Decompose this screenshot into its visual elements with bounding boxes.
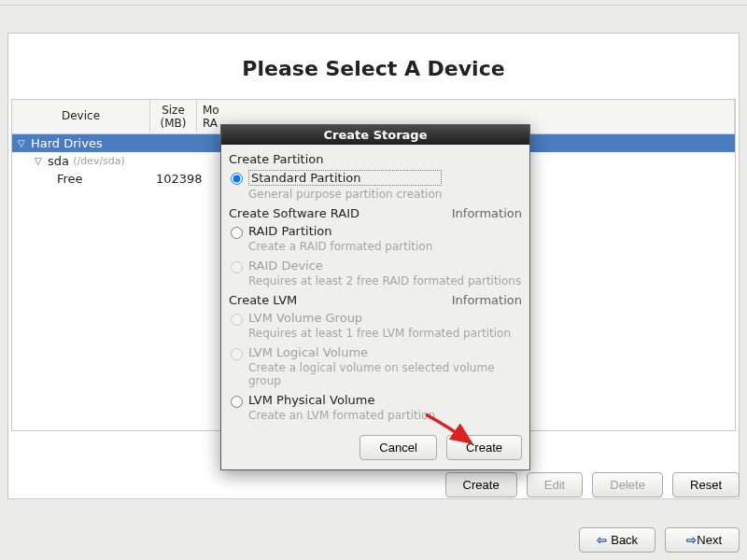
option-lvm-logical-volume: LVM Logical Volume Create a logical volu…	[229, 345, 522, 389]
edit-button: Edit	[527, 472, 583, 497]
raid-info-link[interactable]: Information	[452, 206, 522, 220]
option-standard-partition[interactable]: Standard Partition General purpose parti…	[229, 170, 522, 203]
radio-raid-partition[interactable]	[231, 227, 243, 239]
chevron-down-icon: ▽	[35, 156, 44, 166]
radio-raid-device	[231, 261, 243, 273]
option-label: Standard Partition	[248, 170, 442, 186]
dialog-create-button[interactable]: Create	[446, 435, 522, 460]
option-lvm-volume-group: LVM Volume Group Requires at least 1 fre…	[229, 311, 522, 342]
delete-button: Delete	[592, 472, 663, 497]
free-label: Free	[57, 172, 83, 186]
option-hint: Requires at least 1 free LVM formated pa…	[248, 327, 511, 340]
action-bar: Create Edit Delete Reset	[7, 467, 740, 497]
option-label: RAID Device	[248, 259, 521, 273]
dialog-buttons: Cancel Create	[221, 429, 529, 469]
option-raid-partition[interactable]: RAID Partition Create a RAID formated pa…	[229, 224, 522, 255]
nav-bar: ⇦Back ⇨Next	[7, 527, 740, 553]
option-raid-device: RAID Device Requires at least 2 free RAI…	[229, 259, 522, 289]
option-hint: Create an LVM formated partition	[248, 409, 435, 422]
section-create-lvm: Create LVM Information	[229, 293, 522, 307]
arrow-left-icon: ⇦	[597, 533, 607, 547]
option-label: LVM Physical Volume	[248, 393, 435, 407]
dialog-title: Create Storage	[221, 125, 529, 145]
option-hint: Create a logical volume on selected volu…	[248, 361, 522, 387]
next-button[interactable]: ⇨Next	[665, 527, 740, 553]
back-button[interactable]: ⇦Back	[579, 527, 655, 553]
option-label: LVM Logical Volume	[248, 345, 522, 359]
lvm-info-link[interactable]: Information	[452, 293, 522, 307]
group-label: Hard Drives	[31, 136, 103, 150]
cancel-button[interactable]: Cancel	[359, 435, 436, 460]
option-hint: General purpose partition creation	[248, 188, 442, 201]
radio-lvm-lv	[231, 348, 243, 360]
option-label: LVM Volume Group	[248, 311, 511, 325]
free-size: 102398	[156, 172, 203, 186]
radio-standard-partition[interactable]	[231, 173, 243, 185]
radio-lvm-pv[interactable]	[231, 396, 243, 408]
option-lvm-physical-volume[interactable]: LVM Physical Volume Create an LVM format…	[229, 393, 522, 424]
col-size[interactable]: Size (MB)	[150, 100, 197, 133]
radio-lvm-vg	[231, 314, 243, 326]
create-storage-dialog: Create Storage Create Partition Standard…	[220, 124, 530, 470]
disk-name: sda	[48, 154, 69, 168]
section-create-raid: Create Software RAID Information	[229, 206, 522, 220]
window-chrome	[0, 0, 747, 6]
option-hint: Create a RAID formated partition	[248, 240, 432, 253]
disk-path: (/dev/sda)	[73, 155, 125, 167]
col-device[interactable]: Device	[12, 100, 150, 133]
chevron-down-icon: ▽	[18, 138, 27, 148]
option-hint: Requires at least 2 free RAID formated p…	[248, 274, 521, 287]
page-title: Please Select A Device	[8, 57, 739, 80]
section-create-partition: Create Partition	[229, 152, 522, 166]
create-button[interactable]: Create	[445, 472, 517, 497]
option-label: RAID Partition	[248, 224, 432, 238]
reset-button[interactable]: Reset	[672, 472, 740, 497]
arrow-right-icon: ⇨	[686, 533, 697, 547]
